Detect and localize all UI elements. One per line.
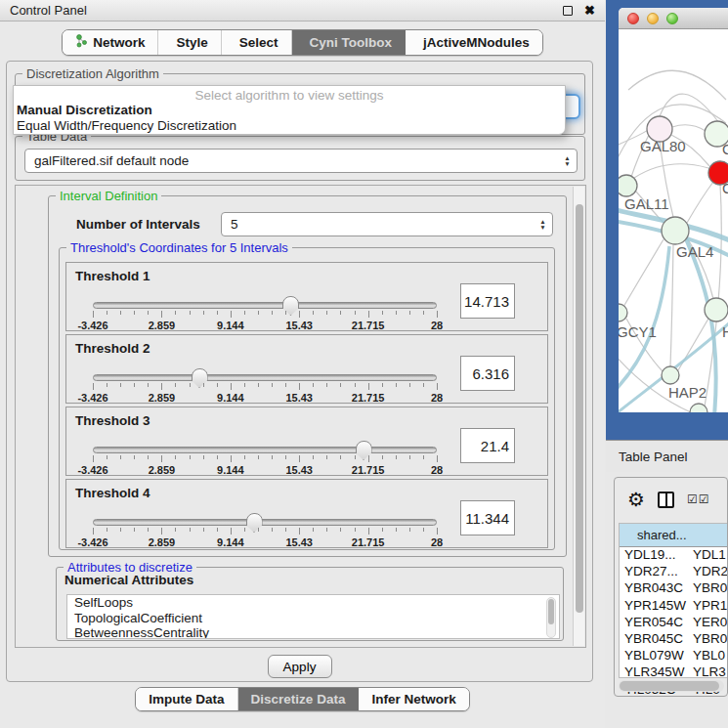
shared-name-cell: YBL079W: [620, 648, 691, 664]
window-title: Control Panel: [10, 3, 563, 18]
slider-tick-labels: -3.4262.8599.14415.4321.71528: [93, 392, 437, 404]
tab[interactable]: jActiveMNodules: [406, 30, 542, 55]
threshold-panel: Threshold 3-3.4262.8599.14415.4321.71528…: [65, 407, 548, 476]
table-row[interactable]: YER054C YER0: [620, 615, 728, 631]
threshold-label: Threshold 1: [75, 269, 150, 283]
network-window-titlebar[interactable]: [619, 8, 728, 29]
table-panel-header: Table Panel: [606, 440, 728, 472]
tab-label: Cyni Toolbox: [310, 35, 393, 50]
tab[interactable]: Cyni Toolbox: [292, 30, 407, 55]
top-tabstrip: Network Style Select Cyni Toolbox jActiv…: [0, 29, 605, 56]
slider-ticks: [93, 383, 437, 391]
table-row[interactable]: YBL079W YBL0: [620, 648, 728, 664]
network-node-node[interactable]: [705, 298, 728, 321]
node-label: GAL11: [624, 195, 669, 212]
attributes-group: Attributes to discretize Numerical Attri…: [56, 567, 564, 641]
threshold-slider[interactable]: -3.4262.8599.14415.4321.71528: [93, 374, 437, 404]
attribute-list-item[interactable]: BetweennessCentrality: [67, 625, 559, 639]
tab-label: Network: [93, 35, 145, 50]
threshold-value-field[interactable]: 11.344: [460, 500, 515, 535]
select-columns-icon[interactable]: ☑☑: [687, 492, 710, 506]
tab[interactable]: Impute Data: [136, 688, 237, 710]
dropdown-option[interactable]: Manual Discretization: [14, 103, 565, 118]
table-row[interactable]: YBR043C YBR0: [620, 580, 728, 597]
tab-label: Impute Data: [149, 692, 224, 707]
slider-ticks: [93, 528, 437, 535]
number-of-intervals-label: Number of Intervals: [76, 217, 200, 232]
tab[interactable]: Style: [158, 30, 221, 55]
table-panel: ⚙ ☑☑ shared... na YDL19... YDL1 YDR27...…: [614, 477, 728, 697]
network-node-GAL11[interactable]: [619, 175, 637, 196]
network-node-GAL4[interactable]: [662, 217, 689, 244]
threshold-value-field[interactable]: 6.316: [460, 356, 515, 391]
threshold-value-field[interactable]: 14.713: [460, 283, 515, 319]
table-row[interactable]: YDR27... YDR2: [620, 564, 728, 580]
table-row[interactable]: YPR145W YPR1: [620, 598, 728, 615]
tab[interactable]: Select: [222, 30, 292, 55]
node-label: C: [722, 180, 728, 196]
column-header[interactable]: shared...: [620, 524, 728, 546]
table-row[interactable]: YBR045C YBR0: [620, 631, 728, 648]
threshold-slider[interactable]: -3.4262.8599.14415.4321.71528: [93, 302, 437, 331]
mac-zoom-icon[interactable]: [666, 13, 678, 24]
node-label: GAL4: [676, 243, 713, 260]
tab-label: Discretize Data: [251, 692, 346, 707]
control-panel-titlebar: Control Panel ✖: [0, 0, 605, 21]
control-panel-tabs: Network Style Select Cyni Toolbox jActiv…: [62, 29, 543, 56]
slider-ticks: [93, 311, 437, 319]
slider-tick-labels: -3.4262.8599.14415.4321.71528: [93, 464, 437, 476]
interval-definition-group: Interval Definition Number of Intervals …: [48, 195, 567, 557]
gear-icon[interactable]: ⚙: [627, 490, 645, 509]
cyni-toolbox-panel: Discretization Algorithm Select algorith…: [6, 61, 593, 682]
numerical-attributes-list[interactable]: SelfLoopsTopologicalCoefficientBetweenne…: [66, 594, 560, 639]
threshold-slider[interactable]: -3.4262.8599.14415.4321.71528: [93, 519, 437, 548]
table-data-combobox[interactable]: galFiltered.sif default node ▲▼: [24, 149, 578, 173]
tab-label: Style: [176, 35, 207, 50]
table-panel-title: Table Panel: [619, 450, 688, 464]
network-graph: GAL80GACGAL11GAL4GCY1HHAP2: [619, 29, 728, 412]
tab-label: Select: [239, 35, 278, 50]
table-header-row: shared... na: [620, 524, 728, 547]
threshold-slider[interactable]: -3.4262.8599.14415.4321.71528: [93, 447, 437, 476]
number-of-intervals-combobox[interactable]: 5 ▲▼: [221, 212, 553, 236]
network-canvas[interactable]: GAL80GACGAL11GAL4GCY1HHAP2: [619, 29, 728, 412]
slider-tick-labels: -3.4262.8599.14415.4321.71528: [93, 536, 437, 548]
close-icon[interactable]: ✖: [584, 3, 595, 18]
table-row[interactable]: YDL19... YDL1: [620, 547, 728, 564]
network-node-HAP2[interactable]: [662, 366, 679, 384]
stepper-icon[interactable]: ▲▼: [534, 213, 552, 236]
group-title: Threshold's Coordinates for 5 Intervals: [66, 240, 292, 255]
name-cell: YDL1: [691, 547, 728, 564]
node-label: GA: [722, 141, 728, 157]
tab[interactable]: Infer Network: [359, 688, 468, 710]
tab[interactable]: Network: [63, 30, 158, 55]
name-cell: YBL0: [691, 648, 728, 664]
apply-button[interactable]: Apply: [268, 655, 332, 678]
dropdown-option[interactable]: Equal Width/Frequency Discretization: [14, 118, 565, 134]
threshold-value-field[interactable]: 21.4: [460, 428, 515, 463]
shared-name-cell: YBR045C: [620, 631, 691, 648]
list-scrollbar[interactable]: [546, 597, 556, 638]
mac-minimize-icon[interactable]: [647, 13, 659, 24]
attribute-list-item[interactable]: SelfLoops: [67, 595, 559, 611]
name-cell: YDR2: [691, 564, 728, 580]
table-row[interactable]: YLR345W YLR3: [620, 664, 728, 681]
cyni-mode-tabs: Impute Data Discretize Data Infer Networ…: [135, 687, 469, 711]
thresholds-group: Threshold's Coordinates for 5 Intervals …: [59, 247, 555, 550]
tab[interactable]: Discretize Data: [238, 688, 360, 710]
split-view-icon[interactable]: [658, 492, 674, 508]
node-table: shared... na YDL19... YDL1 YDR27... YDR2…: [619, 523, 728, 678]
stepper-icon[interactable]: ▲▼: [558, 150, 577, 172]
panel-scrollbar[interactable]: [573, 187, 584, 646]
dropdown-options: Manual Discretization Equal Width/Freque…: [14, 103, 565, 134]
horizontal-scrollbar[interactable]: [619, 680, 724, 692]
bottom-tabstrip: Impute Data Discretize Data Infer Networ…: [0, 687, 605, 711]
threshold-label: Threshold 2: [75, 341, 150, 356]
shared-name-cell: YER054C: [620, 615, 691, 631]
float-window-icon[interactable]: [563, 6, 573, 16]
dropdown-placeholder: Select algorithm to view settings: [14, 86, 565, 103]
tab-label: Infer Network: [371, 692, 455, 707]
group-title: Discretization Algorithm: [22, 66, 163, 81]
attribute-list-item[interactable]: TopologicalCoefficient: [67, 611, 559, 626]
mac-close-icon[interactable]: [627, 13, 639, 24]
